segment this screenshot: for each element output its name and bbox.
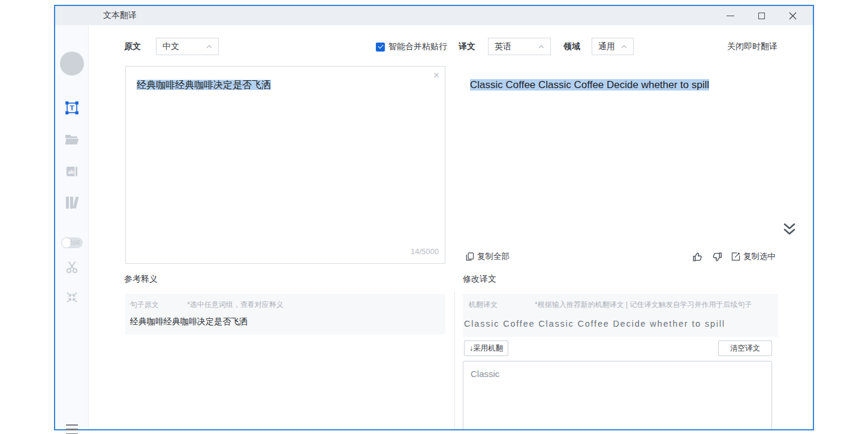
close-icon (789, 12, 797, 20)
toggle-label: 划词 (70, 239, 80, 247)
maximize-button[interactable] (746, 6, 777, 25)
thumbs-down-icon (712, 251, 723, 263)
collapse-arrows-icon (65, 290, 79, 305)
app-window: 文本翻译 T (54, 5, 814, 430)
copy-selected-button[interactable]: 复制选中 (731, 251, 776, 262)
thumbs-up-icon (692, 251, 703, 263)
sidebar-item-library[interactable] (55, 195, 88, 210)
toggle-pill: 划词 (61, 237, 83, 248)
section-divider (454, 292, 455, 429)
sidebar-item-collapse[interactable] (55, 290, 88, 305)
close-button[interactable] (777, 6, 808, 25)
edit-section-title: 修改译文 (463, 274, 496, 285)
sidebar: T ab 划词 (55, 25, 89, 429)
chevron-up-icon (538, 45, 544, 49)
mt-header-label: 机翻译文 (469, 300, 498, 310)
reference-section-title: 参考释义 (124, 274, 158, 285)
folder-icon (64, 133, 80, 146)
main-content: 原文 中文 智能合并粘贴行 译文 英语 领域 通用 关闭即时翻译 经典咖啡经典咖… (89, 25, 813, 429)
smart-paste-label: 智能合并粘贴行 (388, 41, 447, 52)
double-chevron-down-icon (781, 221, 798, 237)
target-language-dropdown[interactable]: 英语 (488, 38, 551, 55)
edit-copy-icon (731, 252, 740, 261)
instant-translate-toggle[interactable]: 关闭即时翻译 (727, 41, 777, 52)
domain-label: 领域 (563, 41, 580, 52)
minimize-button[interactable] (715, 6, 746, 25)
edit-translation-input[interactable]: Classic (463, 361, 772, 429)
source-text: 经典咖啡经典咖啡决定是否飞洒 (137, 80, 271, 90)
word-select-toggle[interactable]: 划词 (55, 237, 88, 248)
text-translate-icon: T (65, 101, 79, 115)
thumbs-up-button[interactable] (692, 251, 703, 263)
svg-text:ab: ab (68, 169, 74, 175)
machine-translation-text[interactable]: Classic Coffee Classic Coffee Decide whe… (464, 319, 725, 328)
chevron-up-icon (621, 45, 627, 49)
sidebar-item-screenshot[interactable] (55, 259, 88, 275)
copy-icon (465, 252, 474, 261)
target-language-value: 英语 (495, 41, 511, 52)
thumbs-down-button[interactable] (712, 251, 723, 263)
source-text-area[interactable]: 经典咖啡经典咖啡决定是否飞洒 × 14/5000 (125, 66, 445, 264)
source-language-dropdown[interactable]: 中文 (156, 38, 219, 55)
library-icon (64, 195, 80, 210)
domain-value: 通用 (598, 41, 615, 52)
titlebar: 文本翻译 (55, 6, 813, 25)
sidebar-item-text-translate[interactable]: T (55, 101, 88, 115)
domain-dropdown[interactable]: 通用 (592, 38, 634, 55)
copy-all-button[interactable]: 复制全部 (465, 251, 510, 262)
sidebar-item-menu[interactable] (55, 424, 88, 434)
svg-text:T: T (70, 104, 74, 111)
maximize-icon (758, 13, 765, 19)
clear-translation-button[interactable]: 清空译文 (718, 340, 772, 356)
clear-source-icon[interactable]: × (433, 70, 439, 80)
avatar[interactable] (55, 52, 88, 76)
result-text[interactable]: Classic Coffee Classic Coffee Decide whe… (470, 78, 709, 92)
expand-more-button[interactable] (781, 221, 798, 237)
avatar-circle (60, 52, 84, 76)
reference-sentence[interactable]: 经典咖啡经典咖啡决定是否飞洒 (130, 317, 248, 327)
checkbox-checked-icon (376, 43, 385, 52)
machine-translation-box: 机翻译文 *根据输入推荐新的机翻译文 | 记住译文触发自学习并作用于后续句子 C… (463, 294, 778, 337)
source-language-value: 中文 (162, 41, 179, 52)
sidebar-item-dictionary[interactable]: ab (55, 164, 88, 179)
hamburger-icon (66, 424, 78, 434)
sidebar-item-document-translate[interactable] (55, 133, 88, 146)
mt-header-hint: *根据输入推荐新的机翻译文 | 记住译文触发自学习并作用于后续句子 (535, 300, 752, 310)
smart-paste-checkbox[interactable]: 智能合并粘贴行 (376, 41, 447, 52)
window-title: 文本翻译 (103, 10, 137, 21)
reference-box: 句子原文 *选中任意词组，查看对应释义 经典咖啡经典咖啡决定是否飞洒 (125, 294, 445, 334)
chevron-up-icon (206, 45, 212, 49)
copy-selected-label: 复制选中 (743, 251, 776, 262)
minimize-icon (727, 16, 734, 16)
target-label: 译文 (459, 41, 475, 52)
copy-all-label: 复制全部 (477, 251, 510, 262)
source-label: 原文 (124, 41, 141, 52)
result-panel: Classic Coffee Classic Coffee Decide whe… (463, 67, 778, 265)
adopt-mt-button[interactable]: ↓采用机翻 (464, 340, 508, 356)
char-counter: 14/5000 (411, 245, 439, 258)
reference-header-label: 句子原文 (130, 300, 159, 310)
window-controls (715, 6, 808, 25)
dictionary-icon: ab (65, 164, 79, 179)
reference-header-hint: *选中任意词组，查看对应释义 (187, 300, 284, 310)
scissors-icon (64, 259, 80, 275)
result-toolbar: 复制全部 (465, 249, 776, 264)
